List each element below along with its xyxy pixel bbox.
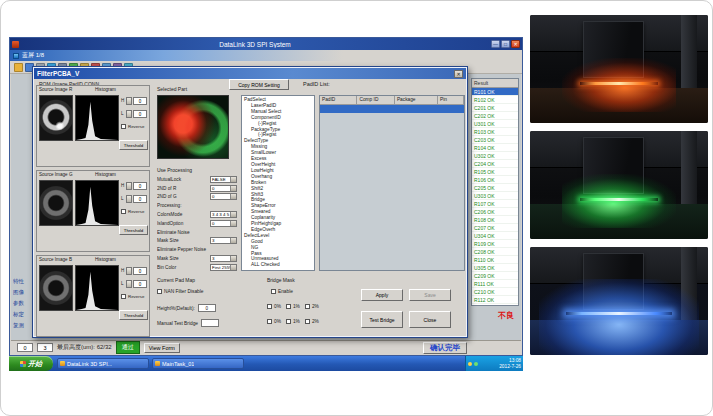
side-panel-label[interactable]: 参数 <box>13 300 31 307</box>
result-row[interactable]: C205 OK <box>472 184 518 192</box>
result-row[interactable]: C207 OK <box>472 224 518 232</box>
processing-option-dropdown[interactable]: 3 4 3 4 5 <box>210 211 237 218</box>
spinner-control[interactable] <box>126 280 132 288</box>
apply-button[interactable]: Apply <box>361 289 403 301</box>
checkbox-box[interactable] <box>157 289 162 294</box>
result-row[interactable]: C209 OK <box>472 272 518 280</box>
result-row[interactable]: U305 OK <box>472 264 518 272</box>
side-panel-label[interactable]: 特性 <box>13 278 31 285</box>
processing-option-dropdown[interactable]: 3 <box>210 237 237 244</box>
taskbar-task-button[interactable]: MainTask_01 <box>152 358 244 369</box>
bridge-mask-enable-checkbox[interactable]: Enable <box>271 289 293 294</box>
tray-icon[interactable] <box>468 362 472 366</box>
side-panel-label[interactable]: 标定 <box>13 311 31 318</box>
reverse-checkbox[interactable]: Reverse <box>121 124 144 129</box>
processing-option-dropdown[interactable]: 0 <box>210 193 237 200</box>
processing-option-dropdown[interactable]: First 255Va <box>210 264 237 271</box>
nan-filter-checkbox[interactable]: NAN Filter Disable <box>157 289 203 294</box>
checkbox-box[interactable] <box>121 209 126 214</box>
processing-option-dropdown[interactable]: FALSE <box>210 176 237 183</box>
checkbox-box[interactable] <box>121 124 126 129</box>
result-row[interactable]: U301 OK <box>472 120 518 128</box>
bridge-mask-checkbox[interactable]: 1% <box>286 319 300 324</box>
pad-table-header[interactable]: Package <box>395 96 438 104</box>
checkbox-box[interactable] <box>267 304 272 309</box>
pad-table-header[interactable]: PadID <box>320 96 357 104</box>
threshold-value-field[interactable]: 0 <box>133 195 147 203</box>
threshold-value-field[interactable]: 0 <box>133 97 147 105</box>
tray-icon[interactable] <box>474 362 478 366</box>
status-field-2[interactable]: 3 <box>37 343 53 352</box>
result-row[interactable]: R105 OK <box>472 168 518 176</box>
result-row[interactable]: C203 OK <box>472 136 518 144</box>
threshold-value-field[interactable]: 0 <box>133 267 147 275</box>
pad-table-selected-row[interactable] <box>320 105 464 113</box>
spinner-control[interactable] <box>126 97 132 105</box>
threshold-value-field[interactable]: 0 <box>133 110 147 118</box>
result-row[interactable]: R106 OK <box>472 176 518 184</box>
result-row[interactable]: C202 OK <box>472 112 518 120</box>
checkbox-box[interactable] <box>305 319 310 324</box>
save-button[interactable]: Save <box>409 289 451 301</box>
result-row[interactable]: C208 OK <box>472 248 518 256</box>
confirm-complete-button[interactable]: 确认完毕 <box>423 342 467 354</box>
tree-item[interactable]: ALL Checked <box>242 262 314 268</box>
copy-rom-setting-button[interactable]: Copy ROM Setting <box>229 79 289 90</box>
close-button[interactable]: ✕ <box>511 40 520 48</box>
pad-table-header[interactable]: Comp ID <box>357 96 394 104</box>
checkbox-box[interactable] <box>271 289 276 294</box>
result-row[interactable]: R108 OK <box>472 216 518 224</box>
side-panel-label[interactable]: 复测 <box>13 322 31 329</box>
result-row[interactable]: U304 OK <box>472 232 518 240</box>
processing-option-dropdown[interactable]: 0 <box>210 220 237 227</box>
taskbar-task-button[interactable]: DataLink 3D SPI... <box>57 358 149 369</box>
result-row[interactable]: R102 OK <box>472 96 518 104</box>
result-row[interactable]: R112 OK <box>472 296 518 304</box>
pad-table-header[interactable]: Pin <box>438 96 464 104</box>
dialog-close-button[interactable]: ✕ <box>454 70 463 78</box>
height-default-field[interactable]: 0 <box>198 304 216 312</box>
maximize-button[interactable]: □ <box>501 40 510 48</box>
bridge-mask-checkbox[interactable]: 1% <box>286 304 300 309</box>
threshold-button[interactable]: Threshold <box>119 225 148 235</box>
result-row[interactable]: U303 OK <box>472 192 518 200</box>
spinner-control[interactable] <box>126 267 132 275</box>
test-bridge-button[interactable]: Test Bridge <box>361 311 403 328</box>
spinner-control[interactable] <box>126 182 132 190</box>
processing-option-dropdown[interactable]: 3 <box>210 255 237 262</box>
result-row[interactable]: R111 OK <box>472 280 518 288</box>
start-button[interactable]: 开始 <box>9 356 53 371</box>
result-row[interactable]: C201 OK <box>472 104 518 112</box>
side-panel-label[interactable]: 图像 <box>13 289 31 296</box>
result-row[interactable]: C206 OK <box>472 208 518 216</box>
threshold-button[interactable]: Threshold <box>119 140 148 150</box>
result-row[interactable]: R107 OK <box>472 200 518 208</box>
result-row[interactable]: U302 OK <box>472 152 518 160</box>
system-tray[interactable]: 13:08 2012-7-26 <box>465 356 523 371</box>
bridge-mask-checkbox[interactable]: 0% <box>267 304 281 309</box>
checkbox-box[interactable] <box>121 294 126 299</box>
checkbox-box[interactable] <box>286 304 291 309</box>
open-icon[interactable] <box>14 63 23 72</box>
result-row[interactable]: R109 OK <box>472 240 518 248</box>
checkbox-box[interactable] <box>286 319 291 324</box>
result-row[interactable]: R110 OK <box>472 256 518 264</box>
checkbox-box[interactable] <box>267 319 272 324</box>
manual-test-bridge-field[interactable] <box>201 319 219 327</box>
result-row[interactable]: R101 OK <box>472 88 518 96</box>
minimize-button[interactable]: — <box>491 40 500 48</box>
status-field-1[interactable]: 0 <box>17 343 33 352</box>
result-row[interactable]: C210 OK <box>472 288 518 296</box>
spinner-control[interactable] <box>126 110 132 118</box>
threshold-value-field[interactable]: 0 <box>133 280 147 288</box>
bridge-mask-checkbox[interactable]: 0% <box>267 319 281 324</box>
threshold-value-field[interactable]: 0 <box>133 182 147 190</box>
reverse-checkbox[interactable]: Reverse <box>121 294 144 299</box>
checkbox-box[interactable] <box>305 304 310 309</box>
reverse-checkbox[interactable]: Reverse <box>121 209 144 214</box>
result-row[interactable]: C204 OK <box>472 160 518 168</box>
bridge-mask-checkbox[interactable]: 2% <box>305 304 319 309</box>
close-dialog-button[interactable]: Close <box>409 311 451 328</box>
view-form-button[interactable]: View Form <box>144 343 180 353</box>
result-row[interactable]: R103 OK <box>472 128 518 136</box>
